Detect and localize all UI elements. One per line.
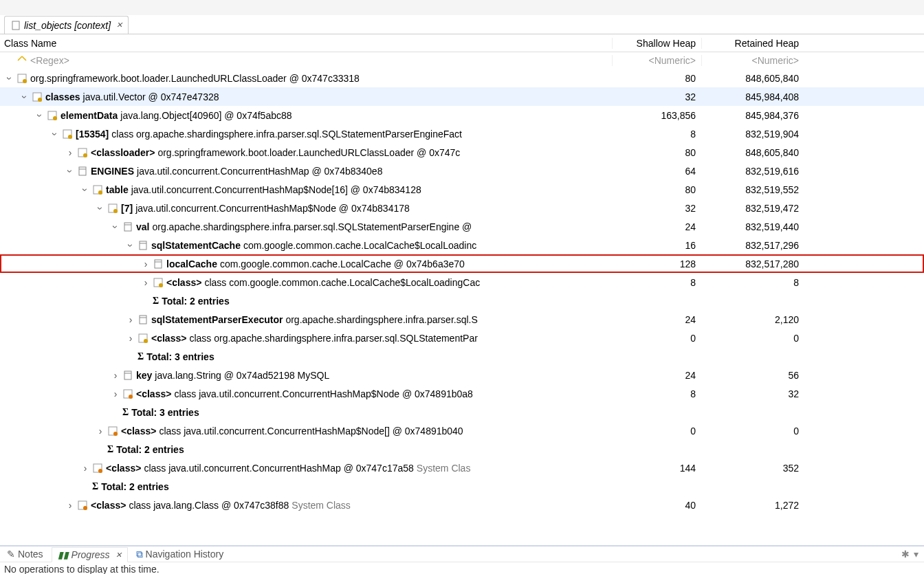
- tab-navigation-history[interactable]: ⧉ Navigation History: [131, 547, 230, 562]
- expand-toggle[interactable]: [66, 500, 74, 511]
- expand-toggle[interactable]: [36, 110, 44, 121]
- close-icon[interactable]: ✕: [116, 551, 122, 560]
- row-class-text: org.apache.shardingsphere.infra.parser.s…: [285, 314, 477, 325]
- expand-toggle[interactable]: [81, 463, 89, 474]
- row-field-name: <class>: [136, 388, 171, 399]
- expand-toggle[interactable]: [6, 73, 14, 84]
- bottom-tab-bar: ✎ Notes ▮▮ Progress ✕ ⧉ Navigation Histo…: [0, 547, 924, 562]
- row-system-class-suffix: System Class: [292, 500, 351, 511]
- shallow-filter[interactable]: <Numeric>: [612, 55, 701, 66]
- tree-row[interactable]: <class> class com.google.common.cache.Lo…: [0, 273, 924, 291]
- shallow-heap-value: 32: [612, 91, 701, 102]
- tree-row[interactable]: ENGINES java.util.concurrent.ConcurrentH…: [0, 162, 924, 180]
- expand-toggle[interactable]: [111, 370, 120, 381]
- tree-row[interactable]: <class> class java.util.concurrent.Concu…: [0, 459, 924, 477]
- tree-row[interactable]: <class> class java.util.concurrent.Concu…: [0, 384, 924, 403]
- row-class-text: org.springframework.boot.loader.Launched…: [157, 147, 460, 158]
- tree-row[interactable]: sqlStatementCache com.google.common.cach…: [0, 236, 924, 254]
- tree-row[interactable]: val org.apache.shardingsphere.infra.pars…: [0, 217, 924, 236]
- retained-heap-value: 1,272: [701, 500, 804, 511]
- tab-progress[interactable]: ▮▮ Progress ✕: [52, 547, 128, 562]
- expand-toggle[interactable]: [111, 388, 120, 399]
- retained-filter[interactable]: <Numeric>: [701, 55, 804, 66]
- expand-toggle[interactable]: [96, 203, 104, 214]
- expand-toggle[interactable]: [142, 277, 150, 288]
- editor-tab[interactable]: list_objects [context] ✕: [4, 16, 129, 34]
- retained-heap-value: 832,519,552: [701, 184, 804, 195]
- shallow-heap-value: 24: [612, 370, 701, 381]
- tree-row[interactable]: table java.util.concurrent.ConcurrentHas…: [0, 180, 924, 199]
- tree-row[interactable]: Σ Total: 3 entries: [0, 347, 924, 366]
- expand-toggle[interactable]: [142, 258, 150, 269]
- expand-toggle[interactable]: [81, 184, 89, 195]
- tree-row[interactable]: sqlStatementParserExecutor org.apache.sh…: [0, 310, 924, 329]
- expand-toggle[interactable]: [111, 221, 120, 232]
- tree-row[interactable]: Σ Total: 3 entries: [0, 403, 924, 421]
- tree-row[interactable]: elementData java.lang.Object[40960] @ 0x…: [0, 106, 924, 124]
- expand-toggle[interactable]: [66, 147, 74, 158]
- column-shallow-heap[interactable]: Shallow Heap: [612, 38, 701, 49]
- column-retained-heap[interactable]: Retained Heap: [701, 38, 804, 49]
- minimize-icon[interactable]: ✱: [901, 549, 910, 560]
- tree-row[interactable]: [15354] class org.apache.shardingsphere.…: [0, 124, 924, 143]
- svg-rect-24: [124, 371, 131, 379]
- tree-row[interactable]: <class> class org.apache.shardingsphere.…: [0, 329, 924, 347]
- shallow-heap-value: 163,856: [612, 110, 701, 121]
- tab-notes[interactable]: ✎ Notes: [1, 547, 49, 562]
- shallow-heap-value: 32: [612, 203, 701, 214]
- retained-heap-value: 845,984,376: [701, 110, 804, 121]
- expand-toggle[interactable]: [96, 426, 104, 437]
- shallow-heap-value: 16: [612, 240, 701, 251]
- row-field-name: [7]: [121, 203, 133, 214]
- row-class-text: org.apache.shardingsphere.infra.parser.s…: [152, 221, 472, 232]
- retained-heap-value: 352: [701, 463, 804, 474]
- row-class-text: java.lang.String @ 0x74ad52198 MySQL: [155, 370, 329, 381]
- tree-row[interactable]: <class> class java.util.concurrent.Concu…: [0, 421, 924, 440]
- tree-row[interactable]: Σ Total: 2 entries: [0, 291, 924, 310]
- expand-toggle[interactable]: [126, 314, 135, 325]
- retained-heap-value: 32: [701, 388, 804, 399]
- tree-row[interactable]: localCache com.google.common.cache.Local…: [0, 254, 924, 273]
- row-field-name: Total: 2 entries: [116, 444, 184, 455]
- toolbar-icon[interactable]: [3, 2, 14, 13]
- svg-point-28: [113, 432, 118, 436]
- svg-rect-16: [124, 223, 131, 231]
- retained-heap-value: 845,984,408: [701, 91, 804, 102]
- close-icon[interactable]: ✕: [116, 21, 122, 30]
- row-field-name: key: [136, 370, 152, 381]
- expand-toggle[interactable]: [126, 333, 135, 344]
- svg-point-6: [53, 116, 57, 120]
- tree-row[interactable]: <classloader> org.springframework.boot.l…: [0, 143, 924, 162]
- tree-row[interactable]: classes java.util.Vector @ 0x747e4732832…: [0, 87, 924, 106]
- shallow-heap-value: 24: [612, 314, 701, 325]
- tree-row[interactable]: <class> class java.lang.Class @ 0x747c38…: [0, 496, 924, 514]
- tree-row[interactable]: key java.lang.String @ 0x74ad52198 MySQL…: [0, 366, 924, 384]
- expand-toggle[interactable]: [126, 240, 135, 251]
- editor-tab-bar: list_objects [context] ✕: [0, 15, 924, 34]
- expand-toggle[interactable]: [21, 91, 29, 102]
- retained-heap-value: 0: [701, 333, 804, 344]
- editor-tab-label: list_objects [context]: [24, 20, 111, 31]
- retained-heap-value: 0: [701, 426, 804, 437]
- shallow-heap-value: 64: [612, 166, 701, 177]
- expand-toggle[interactable]: [51, 129, 59, 140]
- svg-point-4: [38, 98, 42, 102]
- expand-toggle[interactable]: [66, 166, 74, 177]
- svg-point-2: [23, 79, 27, 83]
- svg-point-15: [113, 209, 118, 213]
- object-tree-grid: Class Name Shallow Heap Retained Heap <R…: [0, 34, 924, 545]
- menu-icon[interactable]: ▾: [914, 549, 918, 560]
- svg-point-26: [129, 395, 133, 399]
- shallow-heap-value: 0: [612, 333, 701, 344]
- row-class-text: java.util.concurrent.ConcurrentHashMap$N…: [135, 203, 410, 214]
- row-field-name: table: [106, 184, 129, 195]
- column-class-name[interactable]: Class Name: [0, 38, 612, 49]
- tree-row[interactable]: Σ Total: 2 entries: [0, 440, 924, 459]
- tree-row[interactable]: Σ Total: 2 entries: [0, 477, 924, 496]
- tree-row[interactable]: org.springframework.boot.loader.Launched…: [0, 69, 924, 87]
- row-class-text: com.google.common.cache.LocalCache$Local…: [243, 240, 476, 251]
- tree-row[interactable]: [7] java.util.concurrent.ConcurrentHashM…: [0, 199, 924, 217]
- grid-filter-row: <Regex> <Numeric> <Numeric>: [0, 52, 924, 69]
- row-field-name: <class>: [91, 500, 126, 511]
- regex-filter[interactable]: <Regex>: [30, 55, 69, 66]
